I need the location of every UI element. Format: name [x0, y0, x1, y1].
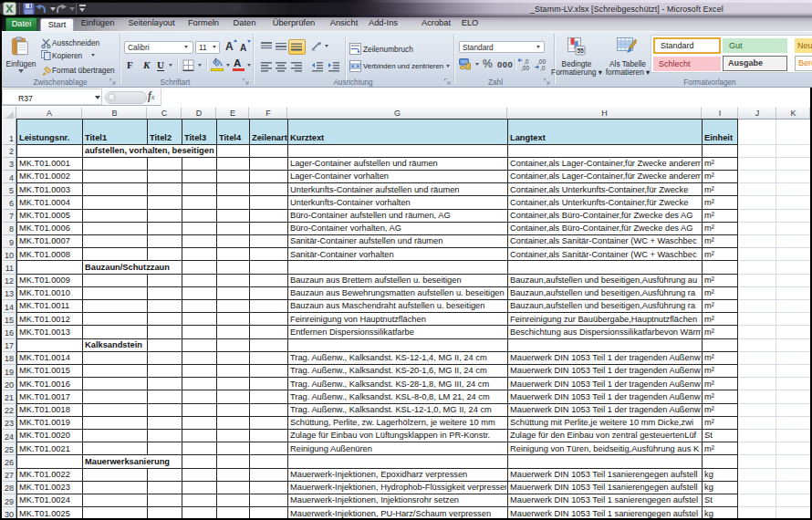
svg-text:,0: ,0	[524, 58, 529, 65]
svg-text:55: 55	[578, 47, 585, 54]
svg-text:,00: ,00	[521, 65, 529, 71]
